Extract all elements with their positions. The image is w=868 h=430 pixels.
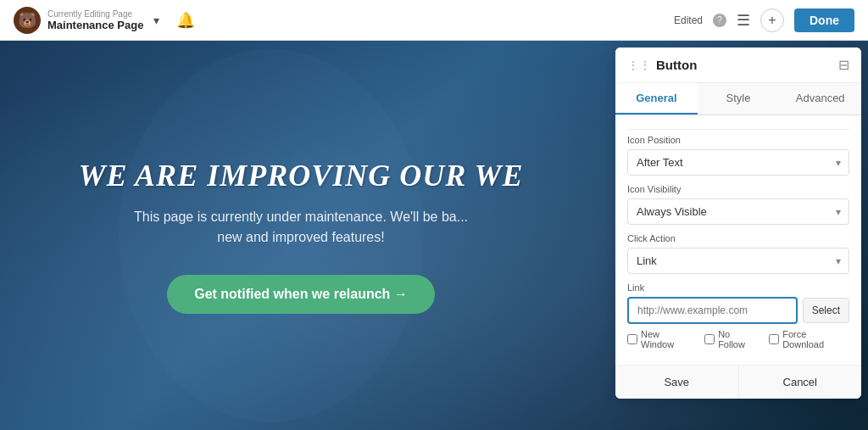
link-field-row: Select [627,297,849,324]
panel-body: Icon Position After Text Before Text ▾ I… [615,115,861,356]
page-dropdown-button[interactable]: ▾ [153,14,159,27]
new-window-label: New Window [641,329,694,349]
icon-position-group: Icon Position After Text Before Text ▾ [627,135,849,176]
link-input[interactable] [627,297,798,324]
cta-button[interactable]: Get notified when we relaunch → [167,275,435,314]
icon-visibility-select-wrapper: Always Visible Hover Only ▾ [627,198,849,225]
select-link-button[interactable]: Select [803,298,849,323]
checkboxes-row: New Window No Follow Force Download [627,324,849,356]
icon-position-select[interactable]: After Text Before Text [627,149,849,176]
new-window-checkbox[interactable] [627,334,637,344]
page-info: Currently Editing Page Maintenance Page [47,9,143,31]
currently-editing-label: Currently Editing Page [47,9,143,19]
edited-status: Edited [674,14,703,26]
tab-advanced[interactable]: Advanced [779,83,861,114]
drag-icon: ⋮⋮ [627,59,651,72]
tab-style[interactable]: Style [698,83,780,114]
click-action-select-wrapper: Link Popup Scroll ▾ [627,248,849,274]
help-icon[interactable]: ? [713,14,726,27]
logo-icon: 🐻 [14,7,41,34]
link-label: Link [627,282,849,293]
icon-position-select-wrapper: After Text Before Text ▾ [627,149,849,176]
button-panel: ⋮⋮ Button ⊟ General Style Advanced Icon … [615,47,861,399]
topbar-right: Edited ? ☰ + Done [674,8,854,32]
panel-title-area: ⋮⋮ Button [627,58,697,72]
logo-bear: 🐻 [18,11,36,30]
done-button[interactable]: Done [794,8,854,32]
icon-visibility-select[interactable]: Always Visible Hover Only [627,198,849,225]
main-heading: We Are Improving Our We [78,158,523,193]
panel-divider [627,129,849,130]
page-name: Maintenance Page [47,19,143,31]
page-content: We Are Improving Our We This page is cur… [0,41,602,430]
force-download-checkbox[interactable] [769,334,779,344]
topbar-left: 🐻 Currently Editing Page Maintenance Pag… [14,7,195,34]
force-download-label: Force Download [782,329,849,349]
no-follow-label: No Follow [718,329,759,349]
no-follow-checkbox-label[interactable]: No Follow [704,329,759,349]
link-group: Link Select New Window No Follow [627,282,849,356]
click-action-group: Click Action Link Popup Scroll ▾ [627,233,849,274]
panel-title: Button [656,58,697,72]
save-button[interactable]: Save [615,366,739,399]
cta-label: Get notified when we relaunch → [194,287,408,302]
topbar: 🐻 Currently Editing Page Maintenance Pag… [0,0,868,41]
tab-general[interactable]: General [615,83,698,114]
icon-position-label: Icon Position [627,135,849,145]
no-follow-checkbox[interactable] [704,334,715,344]
panel-footer: Save Cancel [615,365,861,399]
main-area: We Are Improving Our We This page is cur… [0,41,868,430]
icon-visibility-group: Icon Visibility Always Visible Hover Onl… [627,184,849,225]
force-download-checkbox-label[interactable]: Force Download [769,329,849,349]
cancel-button[interactable]: Cancel [739,366,862,399]
panel-header: ⋮⋮ Button ⊟ [615,47,861,83]
add-button[interactable]: + [760,8,784,32]
list-view-button[interactable]: ☰ [737,11,750,30]
panel-tabs: General Style Advanced [615,83,861,115]
click-action-select[interactable]: Link Popup Scroll [627,248,849,274]
new-window-checkbox-label[interactable]: New Window [627,329,694,349]
sub-text: This page is currently under maintenance… [134,207,468,248]
click-action-label: Click Action [627,233,849,243]
panel-minimize-button[interactable]: ⊟ [838,59,849,72]
notifications-button[interactable]: 🔔 [176,11,195,30]
icon-visibility-label: Icon Visibility [627,184,849,194]
